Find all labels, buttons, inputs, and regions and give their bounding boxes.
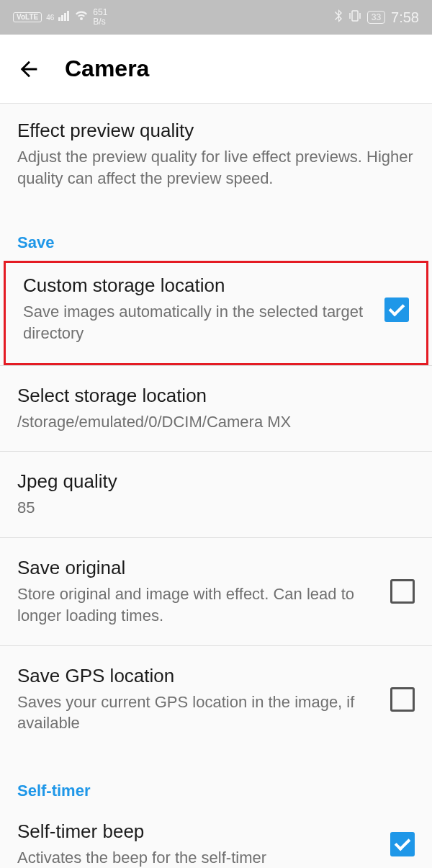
save-original-checkbox[interactable]	[390, 579, 415, 604]
section-header-save: Save	[0, 199, 432, 261]
vibrate-icon	[348, 9, 361, 26]
setting-jpeg-quality[interactable]: Jpeg quality 85	[0, 452, 432, 537]
setting-desc: Save images automatically in the selecte…	[23, 301, 373, 344]
save-gps-checkbox[interactable]	[390, 687, 415, 712]
setting-effect-preview-quality[interactable]: Effect preview quality Adjust the previe…	[0, 104, 432, 199]
battery-indicator: 33	[367, 11, 385, 24]
setting-desc: Adjust the preview quality for live effe…	[17, 146, 415, 189]
setting-title: Save original	[17, 557, 379, 579]
setting-title: Custom storage location	[23, 274, 373, 297]
setting-title: Self-timer beep	[17, 820, 379, 843]
status-bar: VoLTE 46 651 B/s 33 7:58	[0, 0, 432, 35]
setting-desc: Saves your current GPS location in the i…	[17, 692, 379, 734]
setting-desc: /storage/emulated/0/DCIM/Camera MX	[17, 411, 415, 433]
setting-value: 85	[17, 497, 415, 519]
setting-custom-storage-location[interactable]: Custom storage location Save images auto…	[6, 263, 426, 362]
svg-rect-0	[352, 11, 358, 21]
network-speed: 651 B/s	[93, 8, 107, 27]
network-indicator: 46	[46, 14, 54, 22]
setting-self-timer-beep[interactable]: Self-timer beep Activates the beep for t…	[0, 813, 432, 868]
bluetooth-icon	[334, 9, 343, 26]
setting-select-storage-location[interactable]: Select storage location /storage/emulate…	[0, 366, 432, 452]
page-title: Camera	[65, 55, 149, 82]
signal-icon	[58, 10, 70, 24]
setting-title: Save GPS location	[17, 665, 379, 687]
status-right: 33 7:58	[334, 9, 419, 26]
wifi-icon	[74, 10, 89, 25]
status-left: VoLTE 46 651 B/s	[13, 8, 107, 27]
setting-title: Effect preview quality	[17, 120, 415, 142]
highlight-annotation: Custom storage location Save images auto…	[4, 261, 428, 364]
setting-save-original[interactable]: Save original Store original and image w…	[0, 538, 432, 645]
status-time: 7:58	[391, 9, 419, 26]
custom-storage-checkbox[interactable]	[384, 297, 409, 322]
back-button[interactable]	[13, 53, 45, 85]
setting-desc: Activates the beep for the self-timer	[17, 847, 379, 868]
volte-badge: VoLTE	[13, 12, 42, 22]
setting-desc: Store original and image with effect. Ca…	[17, 583, 379, 626]
app-header: Camera	[0, 35, 432, 104]
self-timer-beep-checkbox[interactable]	[390, 832, 415, 856]
back-arrow-icon	[17, 57, 41, 81]
setting-title: Jpeg quality	[17, 470, 415, 493]
setting-save-gps-location[interactable]: Save GPS location Saves your current GPS…	[0, 646, 432, 753]
section-header-self-timer: Self-timer	[0, 753, 432, 813]
setting-title: Select storage location	[17, 385, 415, 407]
